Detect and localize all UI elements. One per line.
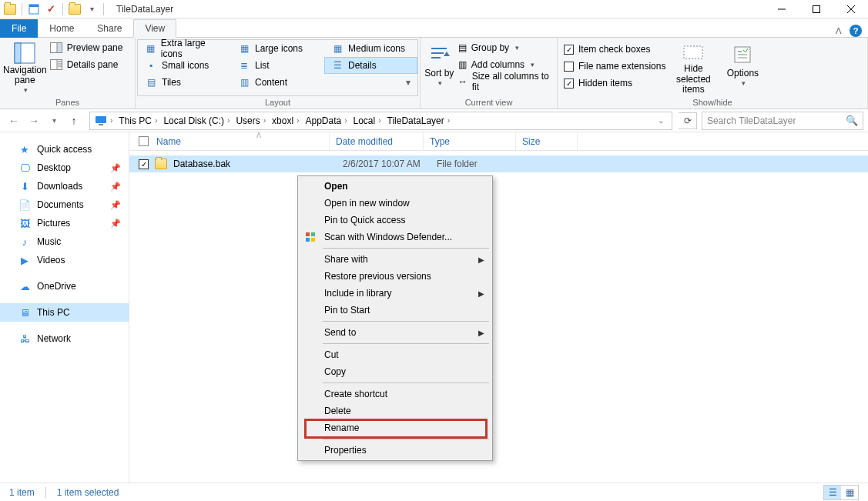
- ctx-restore-previous[interactable]: Restore previous versions: [300, 268, 491, 285]
- options-button[interactable]: Options▾: [722, 39, 763, 95]
- ctx-share-with[interactable]: Share with▶: [300, 251, 491, 268]
- ribbon: Navigation pane▾ Preview pane Details pa…: [0, 37, 868, 109]
- nav-downloads[interactable]: ⬇Downloads📌: [0, 177, 129, 195]
- qat-check-icon[interactable]: ✓: [44, 2, 58, 16]
- row-checkbox[interactable]: ✓: [139, 159, 149, 169]
- column-size[interactable]: Size: [516, 132, 578, 150]
- layout-details[interactable]: ☰Details: [324, 57, 417, 74]
- ctx-defender-scan[interactable]: Scan with Windows Defender...: [300, 229, 491, 245]
- preview-pane-button[interactable]: Preview pane: [47, 39, 139, 56]
- up-button[interactable]: ↑: [65, 112, 83, 130]
- layout-small-icons[interactable]: ▪Small icons: [138, 57, 231, 74]
- videos-icon: ▶: [18, 254, 31, 266]
- ctx-open[interactable]: Open: [300, 178, 491, 195]
- ctx-open-new-window[interactable]: Open in new window: [300, 195, 491, 212]
- file-name-extensions-toggle[interactable]: File name extensions: [561, 58, 669, 75]
- column-date[interactable]: Date modified: [330, 132, 424, 150]
- crumb[interactable]: TileDataLayer›: [384, 112, 454, 129]
- hidden-items-toggle[interactable]: ✓Hidden items: [561, 75, 669, 92]
- ctx-rename[interactable]: Rename: [300, 419, 491, 436]
- ctx-create-shortcut[interactable]: Create shortcut: [300, 386, 491, 402]
- nav-videos[interactable]: ▶Videos: [0, 251, 129, 269]
- icons-icon: ▦: [145, 42, 156, 55]
- sort-by-button[interactable]: Sort by▾: [424, 39, 455, 95]
- crumb[interactable]: This PC›: [116, 112, 160, 129]
- ctx-pin-start[interactable]: Pin to Start: [300, 302, 491, 319]
- item-check-boxes-toggle[interactable]: ✓Item check boxes: [561, 41, 669, 58]
- svg-rect-26: [306, 232, 310, 236]
- ctx-send-to[interactable]: Send to▶: [300, 324, 491, 341]
- search-box[interactable]: 🔍: [702, 112, 863, 130]
- minimize-button[interactable]: [764, 1, 799, 18]
- column-name[interactable]: Nameᐱ: [129, 132, 330, 150]
- nav-music[interactable]: ♪Music: [0, 232, 129, 251]
- ctx-pin-quick-access[interactable]: Pin to Quick access: [300, 212, 491, 229]
- size-columns-button[interactable]: ↔Size all columns to fit: [455, 73, 554, 90]
- svg-rect-25: [99, 124, 103, 125]
- crumb[interactable]: Local›: [350, 112, 384, 129]
- svg-rect-29: [311, 238, 315, 242]
- maximize-button[interactable]: [799, 1, 833, 18]
- search-icon[interactable]: 🔍: [846, 115, 858, 126]
- crumb[interactable]: xboxl›: [269, 112, 302, 129]
- back-button[interactable]: ←: [5, 112, 23, 130]
- nav-this-pc[interactable]: 🖥This PC: [0, 303, 129, 322]
- crumb[interactable]: Local Disk (C:)›: [160, 112, 233, 129]
- column-type[interactable]: Type: [424, 132, 516, 150]
- help-icon[interactable]: ?: [850, 25, 862, 37]
- address-history-button[interactable]: ⌄: [652, 112, 670, 130]
- nav-pictures[interactable]: 🖼Pictures📌: [0, 214, 129, 232]
- ribbon-tabs: File Home Share View ᐱ ?: [0, 18, 868, 37]
- details-pane-icon: [50, 58, 62, 71]
- group-by-button[interactable]: ▤Group by▾: [455, 39, 554, 56]
- qat-dropdown-icon[interactable]: ▾: [85, 2, 99, 16]
- address-bar[interactable]: › This PC› Local Disk (C:)› Users› xboxl…: [89, 112, 672, 130]
- group-label-show-hide: Show/hide: [558, 98, 867, 109]
- refresh-button[interactable]: ⟳: [679, 112, 697, 129]
- ctx-cut[interactable]: Cut: [300, 346, 491, 363]
- icons-view-button[interactable]: ▦: [841, 486, 858, 499]
- tab-file[interactable]: File: [0, 19, 38, 38]
- layout-extra-large-icons[interactable]: ▦Extra large icons: [138, 40, 231, 57]
- details-pane-button[interactable]: Details pane: [47, 56, 139, 73]
- ctx-delete[interactable]: Delete: [300, 402, 491, 419]
- forward-button[interactable]: →: [25, 112, 43, 130]
- layout-list[interactable]: ≣List: [231, 57, 324, 74]
- pin-icon: 📌: [110, 200, 121, 210]
- checkbox-icon: [564, 62, 574, 72]
- ctx-properties[interactable]: Properties: [300, 442, 491, 459]
- svg-marker-18: [444, 52, 450, 56]
- network-icon: 🖧: [18, 332, 31, 345]
- properties-icon[interactable]: [27, 2, 41, 16]
- details-view-button[interactable]: ☰: [824, 486, 841, 499]
- recent-button[interactable]: ▾: [45, 112, 63, 130]
- icons-icon: ▦: [238, 42, 250, 55]
- layout-more[interactable]: ▾: [324, 74, 417, 91]
- nav-desktop[interactable]: 🖵Desktop📌: [0, 159, 129, 177]
- close-button[interactable]: [833, 1, 868, 18]
- layout-large-icons[interactable]: ▦Large icons: [231, 40, 324, 57]
- nav-network[interactable]: 🖧Network: [0, 329, 129, 348]
- collapse-ribbon-icon[interactable]: ᐱ: [836, 26, 842, 36]
- ctx-include-library[interactable]: Include in library▶: [300, 285, 491, 302]
- tab-view[interactable]: View: [133, 19, 176, 38]
- layout-tiles[interactable]: ▤Tiles: [138, 74, 231, 91]
- desktop-icon: 🖵: [18, 162, 31, 174]
- nav-documents[interactable]: 📄Documents📌: [0, 195, 129, 214]
- tab-home[interactable]: Home: [38, 19, 85, 38]
- tab-share[interactable]: Share: [85, 19, 133, 38]
- hide-selected-items-button[interactable]: Hide selected items: [669, 39, 718, 95]
- layout-content[interactable]: ▥Content: [231, 74, 324, 91]
- select-all-checkbox[interactable]: [139, 136, 149, 146]
- table-row[interactable]: ✓ Database.bak 2/6/2017 10:07 AM File fo…: [129, 155, 868, 172]
- ctx-copy[interactable]: Copy: [300, 363, 491, 380]
- crumb[interactable]: Users›: [233, 112, 269, 129]
- crumb[interactable]: AppData›: [302, 112, 350, 129]
- layout-medium-icons[interactable]: ▦Medium icons: [324, 40, 417, 57]
- nav-quick-access[interactable]: ★Quick access: [0, 140, 129, 159]
- search-input[interactable]: [707, 115, 846, 126]
- nav-onedrive[interactable]: ☁OneDrive: [0, 277, 129, 296]
- pc-icon[interactable]: ›: [92, 112, 116, 129]
- svg-rect-11: [57, 60, 62, 70]
- navigation-pane-button[interactable]: Navigation pane▾: [3, 39, 47, 95]
